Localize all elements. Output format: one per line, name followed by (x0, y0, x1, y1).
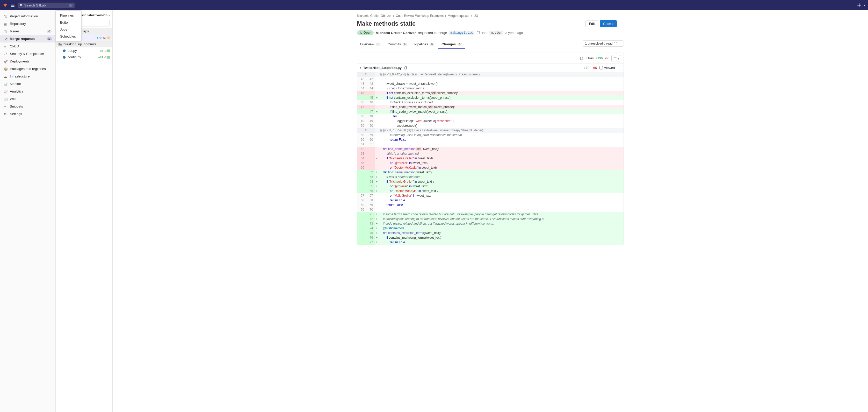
line-number-new[interactable] (366, 151, 375, 156)
breadcrumb-item[interactable]: Code Review Workshop Examples (396, 14, 444, 18)
edit-button[interactable]: Edit (586, 20, 598, 27)
sidebar-item-monitor[interactable]: 📊Monitor (0, 80, 55, 88)
line-number-old[interactable]: 69 (358, 203, 366, 207)
line-number-old[interactable] (358, 221, 366, 226)
target-branch[interactable]: master (489, 31, 503, 35)
chevron-down-icon[interactable]: ▾ (864, 4, 865, 7)
tree-folder[interactable]: breaking_up_commits (56, 41, 113, 48)
line-number-old[interactable] (358, 95, 366, 100)
line-number-old[interactable]: 70 (358, 207, 366, 212)
line-number-new[interactable]: 47 (366, 109, 375, 114)
tree-file[interactable]: bot.py+93-0 (56, 48, 113, 54)
line-number-new[interactable]: 67 (366, 193, 375, 198)
file-path[interactable]: TwitterBot_Steps/bot.py (363, 66, 402, 70)
line-number-old[interactable] (358, 175, 366, 179)
line-number-new[interactable]: 68 (366, 198, 375, 203)
line-number-old[interactable] (358, 226, 366, 231)
search-input[interactable] (24, 3, 67, 7)
line-number-old[interactable] (358, 212, 366, 217)
breadcrumb-item[interactable]: Michaela Greiler-Göritzer (357, 14, 392, 18)
sidebar-item-project-information[interactable]: ⓘProject information (0, 12, 55, 20)
line-number-new[interactable]: 70 (366, 207, 375, 212)
line-number-old[interactable]: 50 (358, 123, 366, 128)
line-number-new[interactable]: 64 (366, 179, 375, 184)
line-number-old[interactable] (358, 189, 366, 193)
kebab-icon[interactable]: ⋮ (618, 66, 621, 70)
tab-pipelines[interactable]: Pipelines0 (411, 40, 437, 49)
line-number-old[interactable]: 68 (358, 198, 366, 203)
line-number-new[interactable]: 63 (366, 175, 375, 179)
line-number-old[interactable] (358, 170, 366, 175)
sidebar-item-ci-cd[interactable]: ∞CI/CD (0, 42, 55, 50)
line-number-old[interactable]: 59 (358, 133, 366, 137)
line-number-new[interactable] (366, 105, 375, 109)
copy-icon[interactable] (476, 31, 480, 34)
sidebar-item-snippets[interactable]: ✂Snippets (0, 102, 55, 110)
line-number-new[interactable] (366, 161, 375, 165)
sidebar-item-repository[interactable]: ▤Repository (0, 20, 55, 27)
line-number-new[interactable] (366, 156, 375, 161)
line-number-old[interactable] (358, 235, 366, 240)
line-number-old[interactable]: 45 (358, 91, 366, 95)
author[interactable]: Michaela Greiler-Göritzer (376, 31, 416, 35)
source-branch[interactable]: makingstatic (449, 31, 474, 35)
line-number-old[interactable]: 66 (358, 165, 366, 170)
chevron-down-icon[interactable]: ▾ (360, 66, 361, 69)
line-number-old[interactable]: 44 (358, 86, 366, 91)
copy-icon[interactable] (404, 66, 407, 70)
line-number-new[interactable]: 75 (366, 231, 375, 235)
line-number-old[interactable]: 47 (358, 105, 366, 109)
line-number-old[interactable] (358, 109, 366, 114)
line-number-old[interactable] (358, 184, 366, 189)
line-number-old[interactable]: 42 (358, 77, 366, 81)
line-number-new[interactable]: 50 (366, 123, 375, 128)
line-number-new[interactable] (366, 91, 375, 95)
unresolved-threads[interactable]: 1 unresolved thread ˄ ˅ ⋮ (583, 40, 624, 47)
line-number-new[interactable]: 71 (366, 212, 375, 217)
line-number-new[interactable]: 76 (366, 235, 375, 240)
kebab-icon[interactable]: ⋮ (618, 21, 624, 27)
line-number-old[interactable] (358, 231, 366, 235)
line-number-new[interactable]: 61 (366, 142, 375, 147)
tab-changes[interactable]: Changes3 (438, 40, 465, 49)
line-number-new[interactable]: 77 (366, 240, 375, 245)
kebab-icon[interactable]: ⋮ (618, 42, 621, 45)
line-number-new[interactable]: 66 (366, 189, 375, 193)
line-number-new[interactable]: 72 (366, 217, 375, 221)
line-number-new[interactable]: 69 (366, 203, 375, 207)
line-number-old[interactable]: 48 (358, 114, 366, 119)
hamburger-icon[interactable] (10, 3, 15, 7)
line-number-old[interactable]: 60 (358, 137, 366, 142)
expand-icon[interactable]: ⇕ (358, 128, 375, 133)
viewed-checkbox[interactable]: Viewed (599, 66, 615, 70)
tab-overview[interactable]: Overview1 (357, 40, 383, 49)
submenu-item-editor[interactable]: Editor (57, 19, 81, 26)
chevron-down-icon[interactable]: ˅ (616, 42, 617, 45)
tab-commits[interactable]: Commits6 (384, 40, 410, 49)
expand-icon[interactable]: ⇕ (358, 72, 375, 77)
submenu-item-jobs[interactable]: Jobs (57, 26, 81, 33)
submenu-item-pipelines[interactable]: Pipelines (57, 12, 81, 19)
chevron-up-icon[interactable]: ˄ (614, 42, 615, 45)
line-number-old[interactable] (358, 240, 366, 245)
breadcrumb-item[interactable]: !23 (473, 14, 478, 18)
line-number-old[interactable]: 43 (358, 81, 366, 86)
line-number-new[interactable]: 43 (366, 81, 375, 86)
line-number-old[interactable]: 63 (358, 151, 366, 156)
plus-icon[interactable] (857, 3, 862, 7)
sidebar-item-analytics[interactable]: 📈Analytics (0, 88, 55, 95)
line-number-old[interactable]: 67 (358, 193, 366, 198)
line-number-new[interactable] (366, 165, 375, 170)
line-number-new[interactable]: 60 (366, 137, 375, 142)
submenu-item-schedules[interactable]: Schedules (57, 33, 81, 40)
line-number-old[interactable]: 46 (358, 100, 366, 105)
sidebar-item-security-compliance[interactable]: 🛡Security & Compliance (0, 50, 55, 58)
line-number-new[interactable]: 49 (366, 119, 375, 123)
line-number-new[interactable]: 62 (366, 170, 375, 175)
sidebar-item-merge-requests[interactable]: ⎇Merge requests5 (0, 35, 55, 42)
line-number-new[interactable]: 65 (366, 184, 375, 189)
line-number-old[interactable]: 49 (358, 119, 366, 123)
sidebar-item-infrastructure[interactable]: ☁Infrastructure (0, 72, 55, 80)
line-number-old[interactable]: 64 (358, 156, 366, 161)
sidebar-item-deployments[interactable]: 🚀Deployments (0, 58, 55, 65)
